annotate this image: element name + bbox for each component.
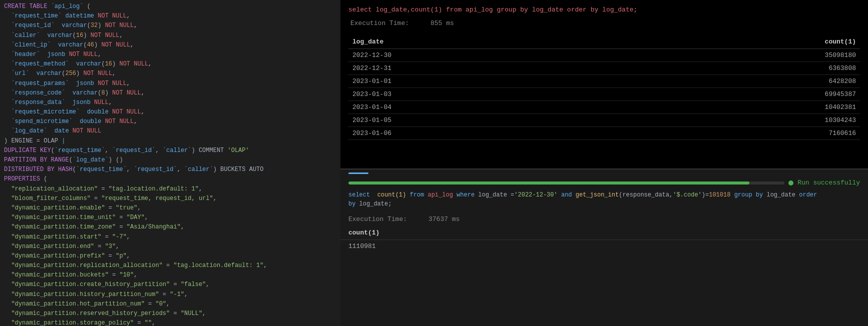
table-row: 2022-12-3035098180 [348, 49, 860, 62]
col-log-date: log_date [348, 35, 627, 49]
run-success-label: Run successfully [797, 179, 860, 186]
cell-date: 2023-01-04 [348, 101, 627, 114]
cell-date: 2022-12-30 [348, 49, 627, 62]
sql-col-orderby: log_date; [359, 200, 392, 208]
right-panel: select log_date,count(1) from api_log gr… [340, 0, 868, 326]
sql-op: )= [702, 192, 709, 198]
sql-fn-count: count(1) [377, 192, 406, 198]
progress-bar-area: Run successfully [340, 175, 868, 188]
cell-count: 35098180 [627, 49, 860, 62]
cell-date: 2023-01-01 [348, 75, 627, 88]
sql-kw-select: select [348, 192, 370, 198]
sql-kw-from: from [409, 192, 424, 198]
cell-count: 69945387 [627, 88, 860, 101]
sql-fn-getjson: get_json_int [576, 192, 619, 198]
sql-col-groupby: log_date [766, 192, 795, 198]
table-row: 2023-01-067160616 [348, 127, 860, 140]
progress-dot [788, 180, 793, 186]
cell-date: 2023-01-03 [348, 88, 627, 101]
left-code-panel: CREATE TABLE `api_log` ( `request_time` … [0, 0, 340, 326]
bottom-exec-label: Execution Time: [348, 216, 428, 223]
sql-str-date: '2022-12-30' [514, 192, 557, 198]
top-indicator [340, 170, 868, 175]
bottom-exec-time-row: Execution Time: 37637 ms [340, 212, 868, 226]
sql-kw-groupby: group by [734, 192, 763, 198]
cell-date: 2022-12-31 [348, 62, 627, 75]
progress-fill [348, 182, 749, 184]
sql-col-respdata: response_data [622, 192, 669, 198]
sql-code: CREATE TABLE `api_log` ( `request_time` … [4, 2, 336, 326]
col-count: count(1) [627, 35, 860, 49]
sql-str-path: '$.code' [673, 192, 702, 198]
bottom-col-count: count(1) [340, 226, 868, 240]
table-row: 2023-01-0369945387 [348, 88, 860, 101]
sql-kw-where: where [457, 192, 475, 198]
cell-count: 6428208 [627, 75, 860, 88]
bottom-exec-value: 37637 ms [428, 216, 460, 223]
top-query-result: select log_date,count(1) from api_log gr… [340, 0, 868, 170]
top-sql-text: select log_date,count(1) from api_log gr… [348, 6, 860, 14]
top-exec-value: 855 ms [430, 20, 454, 27]
cell-count: 10402381 [627, 101, 860, 114]
cell-count: 6363808 [627, 62, 860, 75]
table-row: 2023-01-0410402381 [348, 101, 860, 114]
bottom-sql-text: select count(1) from api_log where log_d… [340, 188, 868, 212]
cell-count: 7160616 [627, 127, 860, 140]
cell-count-val: 1110981 [340, 240, 868, 253]
sql-col-logdate: log_date [478, 192, 507, 198]
top-exec-label: Execution Time: [350, 20, 430, 27]
cell-date: 2023-01-06 [348, 127, 627, 140]
table-row: 2023-01-016428208 [348, 75, 860, 88]
sql-num: 101018 [709, 192, 730, 198]
cell-count: 10304243 [627, 114, 860, 127]
sql-tbl-apilog: api_log [427, 192, 453, 198]
top-result-table: log_date count(1) 2022-12-30350981802022… [348, 35, 860, 140]
bottom-query-result: Run successfully select count(1) from ap… [340, 170, 868, 326]
cell-date: 2023-01-05 [348, 114, 627, 127]
bottom-result-table: count(1) 1110981 [340, 226, 868, 252]
sql-kw-and: and [561, 192, 572, 198]
progress-track [348, 182, 784, 184]
table-row: 2023-01-0510304243 [348, 114, 860, 127]
blue-progress-bar [348, 172, 368, 174]
table-row: 1110981 [340, 240, 868, 253]
table-row: 2022-12-316363808 [348, 62, 860, 75]
top-exec-time-row: Execution Time: 855 ms [348, 20, 860, 27]
